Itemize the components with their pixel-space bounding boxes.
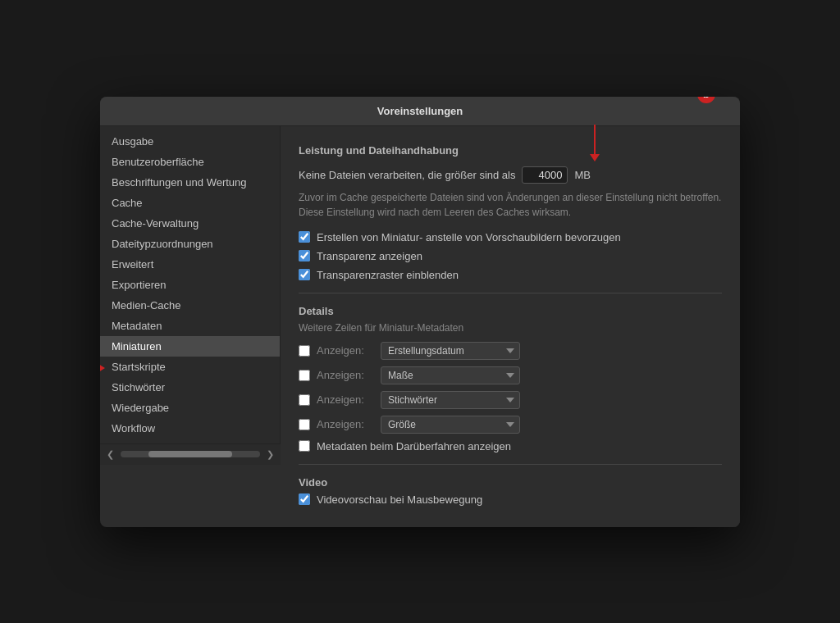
checkbox-transparenz-label: Transparenz anzeigen xyxy=(317,250,422,262)
checkbox-miniatur[interactable] xyxy=(299,231,310,243)
file-size-input[interactable] xyxy=(522,166,568,184)
divider-2 xyxy=(299,464,722,465)
details-sub-label: Weitere Zeilen für Miniatur-Metadaten xyxy=(299,322,722,334)
sidebar-item-erweitert[interactable]: Erweitert xyxy=(100,254,280,275)
video-checkbox-row: Videovorschau bei Mausbewegung xyxy=(299,493,722,506)
sidebar-item-exportieren[interactable]: Exportieren xyxy=(100,275,280,295)
checkbox-transparenzraster-label: Transparenzraster einblenden xyxy=(317,269,459,281)
scroll-left-arrow[interactable]: ❮ xyxy=(103,448,117,462)
checkbox-grosse[interactable] xyxy=(299,419,310,430)
checkbox-transparenz[interactable] xyxy=(299,250,310,261)
metadata-row-3: Anzeigen: Größe xyxy=(299,416,722,434)
select-grosse[interactable]: Größe xyxy=(381,416,520,434)
checkbox-videovorschau[interactable] xyxy=(299,493,310,505)
leistung-section: Leistung und Dateihandhabung Keine Datei… xyxy=(299,144,722,281)
select-masse[interactable]: Maße xyxy=(381,366,520,384)
checkbox-miniatur-row: Erstellen von Miniatur- anstelle von Vor… xyxy=(299,231,722,243)
annotation-b: b xyxy=(697,97,715,103)
metadata-row-2: Anzeigen: Stichwörter xyxy=(299,391,722,409)
file-size-unit: MB xyxy=(574,169,591,181)
divider-1 xyxy=(299,293,722,293)
sidebar-container: a Ausgabe Benutzeroberfläche Beschriftun… xyxy=(100,126,281,527)
checkbox-erstellungsdatum[interactable] xyxy=(299,345,310,357)
sidebar-item-medien-cache[interactable]: Medien-Cache xyxy=(100,295,280,316)
arrow-a-head xyxy=(100,364,105,372)
sidebar-item-cache[interactable]: Cache xyxy=(100,193,280,213)
sidebar-item-beschriftungen[interactable]: Beschriftungen und Wertung xyxy=(100,172,280,193)
select-stichworter[interactable]: Stichwörter xyxy=(381,391,520,409)
cache-info-text: Zuvor im Cache gespeicherte Dateien sind… xyxy=(299,190,722,220)
sidebar-item-miniaturen[interactable]: Miniaturen xyxy=(100,336,280,357)
main-panel: Leistung und Dateihandhabung Keine Datei… xyxy=(281,126,740,527)
dialog-content: a Ausgabe Benutzeroberfläche Beschriftun… xyxy=(100,126,740,527)
sidebar-item-cache-verwaltung[interactable]: Cache-Verwaltung xyxy=(100,213,280,234)
sidebar-item-startskripte[interactable]: Startskripte xyxy=(100,357,280,377)
checkbox-transparenzraster[interactable] xyxy=(299,269,310,280)
checkbox-transparenzraster-row: Transparenzraster einblenden xyxy=(299,269,722,281)
preferences-dialog: Voreinstellungen b a Ausgabe Benutzerobe… xyxy=(100,97,740,527)
file-size-row: Keine Dateien verarbeiten, die größer si… xyxy=(299,166,722,184)
leistung-section-title: Leistung und Dateihandhabung xyxy=(299,144,722,157)
checkbox-masse[interactable] xyxy=(299,370,310,381)
sidebar-scrollbar-thumb[interactable] xyxy=(148,451,232,457)
sidebar: a Ausgabe Benutzeroberfläche Beschriftun… xyxy=(100,126,281,443)
checkbox-transparenz-row: Transparenz anzeigen xyxy=(299,250,722,262)
metadata-hover-row: Metadaten beim Darüberfahren anzeigen xyxy=(299,440,722,452)
checkbox-stichworter[interactable] xyxy=(299,394,310,406)
sidebar-item-workflow[interactable]: Workflow xyxy=(100,418,280,439)
anzeigen-label-1: Anzeigen: xyxy=(317,369,374,381)
details-section-title: Details xyxy=(299,305,722,317)
sidebar-item-wiedergabe[interactable]: Wiedergabe xyxy=(100,398,280,418)
sidebar-scrollbar-area: ❮ ❯ xyxy=(100,443,281,465)
anzeigen-label-2: Anzeigen: xyxy=(317,393,374,406)
checkbox-metadata-hover-label: Metadaten beim Darüberfahren anzeigen xyxy=(317,440,511,452)
arrow-b-line xyxy=(594,125,596,156)
checkbox-metadata-hover[interactable] xyxy=(299,440,310,452)
video-section: Video Videovorschau bei Mausbewegung xyxy=(299,476,722,506)
title-bar: Voreinstellungen b xyxy=(100,97,740,126)
sidebar-item-dateitypzuordnungen[interactable]: Dateitypzuordnungen xyxy=(100,234,280,254)
metadata-row-1: Anzeigen: Maße xyxy=(299,366,722,384)
scroll-right-arrow[interactable]: ❯ xyxy=(263,448,277,462)
sidebar-item-ausgabe[interactable]: Ausgabe xyxy=(100,131,280,152)
sidebar-item-metadaten[interactable]: Metadaten xyxy=(100,316,280,336)
sidebar-item-stichworter[interactable]: Stichwörter xyxy=(100,377,280,398)
arrow-b-head xyxy=(590,154,600,161)
metadata-row-0: Anzeigen: Erstellungsdatum xyxy=(299,342,722,360)
file-size-label: Keine Dateien verarbeiten, die größer si… xyxy=(299,169,515,181)
video-section-title: Video xyxy=(299,476,722,489)
details-section: Details Weitere Zeilen für Miniatur-Meta… xyxy=(299,305,722,452)
dialog-title: Voreinstellungen xyxy=(377,105,463,117)
anzeigen-label-0: Anzeigen: xyxy=(317,344,374,357)
anzeigen-label-3: Anzeigen: xyxy=(317,418,374,430)
sidebar-scrollbar-track[interactable] xyxy=(121,451,260,457)
annotation-a-container: a xyxy=(100,359,105,377)
checkbox-miniatur-label: Erstellen von Miniatur- anstelle von Vor… xyxy=(317,231,621,243)
sidebar-item-benutzeroberflache[interactable]: Benutzeroberfläche xyxy=(100,152,280,172)
select-erstellungsdatum[interactable]: Erstellungsdatum xyxy=(381,342,520,360)
checkbox-videovorschau-label: Videovorschau bei Mausbewegung xyxy=(317,493,482,506)
